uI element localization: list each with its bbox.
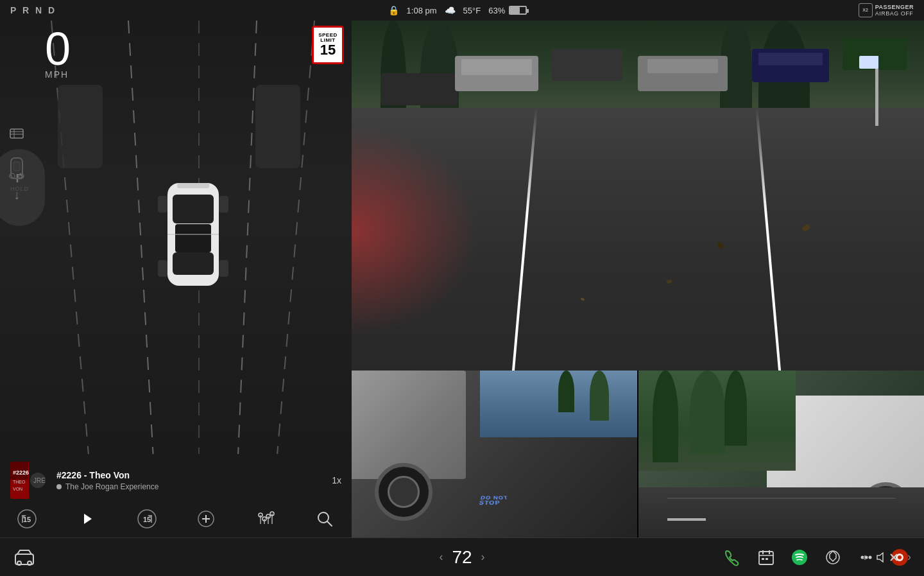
volume-icon (875, 551, 888, 564)
music-info: #2226 THEO VON JRE #2226 - Theo Von The … (0, 454, 352, 507)
music-title: #2226 - Theo Von (56, 470, 323, 480)
spotify-button[interactable] (788, 546, 811, 569)
playback-speed[interactable]: 1x (332, 475, 341, 485)
left-side-camera[interactable]: DO NOTSTOP (352, 371, 637, 537)
red-light-effect (352, 126, 480, 336)
battery-percent: 63% (488, 6, 505, 15)
svg-rect-21 (158, 260, 167, 277)
tree-right-cam-3 (724, 371, 747, 446)
speed-limit-value: 15 (320, 43, 336, 57)
parking-ground-text: DO NOTSTOP (479, 496, 511, 506)
lock-icon: 🔒 (388, 5, 399, 15)
search-icon (316, 511, 333, 527)
play-icon (75, 507, 98, 530)
svg-point-52 (17, 561, 21, 565)
play-button[interactable] (74, 507, 99, 531)
airbag-status-label: AIRBAG OFF (875, 10, 914, 17)
equalizer-button[interactable] (254, 507, 277, 530)
album-art-inner: #2226 THEO VON JRE (10, 462, 47, 499)
main-camera[interactable] (352, 21, 924, 371)
camera-section: DO NOTSTOP (352, 21, 924, 537)
map-icon[interactable] (6, 123, 27, 144)
gear-p-label: P (10, 5, 18, 15)
status-bar-center: 🔒 1:08 pm ☁️ 55°F 63% (388, 5, 527, 15)
svg-point-60 (792, 550, 807, 565)
right-side-camera[interactable] (638, 371, 924, 537)
skip-forward-icon: 15 (137, 509, 157, 529)
car-topview (155, 177, 232, 299)
calendar-icon (757, 548, 775, 566)
parked-car-4 (638, 56, 728, 91)
status-bar: P R N D 🔒 1:08 pm ☁️ 55°F 63% X2 PASSENG… (0, 0, 924, 21)
apps-icon (824, 548, 842, 566)
status-bar-left: P R N D (10, 5, 56, 15)
svg-line-3 (237, 21, 257, 454)
status-bar-right: X2 PASSENGER AIRBAG OFF (859, 3, 914, 17)
volume-next-button[interactable]: › (907, 550, 911, 564)
right-camera-view (638, 371, 924, 537)
svg-rect-14 (173, 195, 214, 223)
taskbar: ‹ 72 › (0, 537, 924, 576)
svg-marker-68 (877, 553, 883, 562)
gear-d-label: D (48, 5, 56, 15)
svg-rect-16 (175, 224, 211, 252)
parked-car-3 (552, 49, 622, 81)
music-controls: 15 15 (0, 507, 352, 537)
volume-mute-button[interactable] (875, 546, 898, 569)
volume-prev-button[interactable]: ‹ (862, 550, 866, 564)
nav-number: 72 (452, 547, 472, 568)
equalizer-icon (257, 510, 275, 528)
album-art-svg: #2226 THEO VON JRE (10, 462, 47, 499)
skip-forward-button[interactable]: 15 (135, 507, 158, 530)
clock-display: 1:08 pm (407, 6, 437, 15)
music-podcast: The Joe Rogan Experience (56, 482, 323, 491)
right-cam-ground (638, 487, 924, 537)
speed-unit: MPH (45, 69, 71, 80)
sub-cameras: DO NOTSTOP (352, 371, 924, 537)
add-icon (197, 510, 215, 528)
svg-line-1 (128, 21, 154, 454)
svg-rect-15 (173, 252, 214, 275)
svg-rect-23 (177, 183, 209, 188)
svg-line-50 (327, 521, 332, 526)
gear-n-label: N (35, 5, 44, 15)
airbag-text: PASSENGER AIRBAG OFF (875, 4, 914, 17)
parked-car-5-blue (752, 49, 829, 82)
album-art: #2226 THEO VON JRE (10, 462, 47, 499)
car-home-icon (13, 549, 35, 566)
svg-rect-59 (766, 558, 768, 560)
car-status-button[interactable] (13, 546, 36, 569)
svg-text:THEO: THEO (13, 480, 26, 484)
nav-next-button[interactable]: › (481, 550, 485, 564)
tree-left-cam (590, 371, 609, 421)
airbag-warning: X2 PASSENGER AIRBAG OFF (859, 3, 914, 17)
gear-r-label: R (22, 5, 31, 15)
apps-button[interactable] (821, 546, 844, 569)
vehicle-obstacle-right-top (255, 85, 300, 168)
calendar-button[interactable] (755, 546, 778, 569)
parked-car-2-white (455, 56, 538, 91)
drive-visualization: 0 MPH SPEED LIMIT 15 P HOLD (0, 21, 352, 454)
wheel-inner (388, 476, 420, 508)
skip-back-icon: 15 (17, 509, 37, 529)
phone-icon (724, 548, 742, 566)
search-button[interactable] (313, 507, 336, 530)
skip-back-button[interactable]: 15 (15, 507, 38, 530)
sign-post (875, 56, 878, 126)
prnd-indicator: P R N D (10, 5, 56, 15)
close-car-body (352, 371, 466, 479)
wheel (375, 463, 432, 521)
battery-indicator: 63% (488, 6, 527, 15)
speed-value: 0 (45, 26, 71, 72)
weather-icon: ☁️ (445, 5, 456, 15)
tree-right-cam-1 (653, 371, 678, 462)
parking-scene (352, 21, 924, 371)
nav-prev-button[interactable]: ‹ (439, 550, 443, 564)
taskbar-center: ‹ 72 › (439, 547, 484, 568)
podcast-name: The Joe Rogan Experience (65, 482, 158, 491)
speed-display: 0 MPH (45, 26, 71, 80)
airbag-icon: X2 (859, 3, 873, 17)
music-text: #2226 - Theo Von The Joe Rogan Experienc… (56, 470, 323, 491)
add-to-playlist-button[interactable] (194, 507, 218, 530)
phone-button[interactable] (721, 546, 744, 569)
